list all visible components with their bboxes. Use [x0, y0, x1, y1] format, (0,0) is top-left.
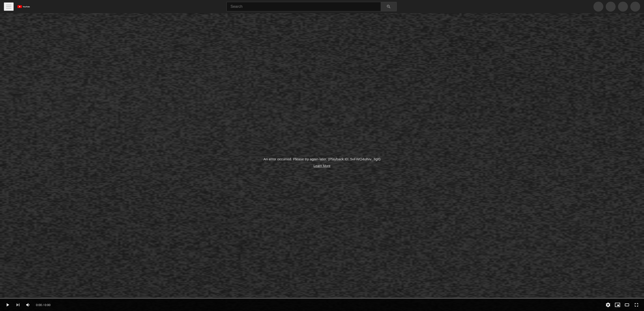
svg-text:YouTube: YouTube — [23, 6, 30, 8]
nav-icon-3[interactable] — [618, 2, 628, 11]
fullscreen-icon — [634, 302, 639, 308]
error-text: An error occurred. Please try again late… — [263, 157, 380, 161]
hamburger-line — [6, 8, 11, 8]
search-button[interactable] — [381, 2, 397, 11]
navbar: YouTube — [0, 0, 644, 13]
next-icon — [15, 302, 21, 308]
mute-button[interactable] — [24, 301, 32, 309]
search-icon — [386, 4, 391, 9]
video-player[interactable]: An error occurred. Please try again late… — [0, 13, 644, 311]
right-controls — [604, 301, 640, 309]
hamburger-line — [6, 5, 11, 5]
progress-bar-container[interactable] — [0, 298, 644, 299]
volume-icon — [26, 302, 31, 308]
nav-avatar[interactable] — [630, 2, 640, 11]
nav-icon-2[interactable] — [606, 2, 616, 11]
learn-more-link[interactable]: Learn More — [263, 164, 380, 167]
play-icon — [5, 302, 10, 308]
miniplayer-button[interactable] — [614, 301, 621, 309]
navbar-left: YouTube — [4, 2, 30, 11]
navbar-center — [30, 2, 594, 11]
search-bar — [226, 2, 397, 11]
navbar-right — [594, 2, 640, 11]
fullscreen-button[interactable] — [633, 301, 640, 309]
youtube-logo[interactable]: YouTube — [18, 2, 30, 11]
play-button[interactable] — [4, 301, 11, 309]
miniplayer-icon — [615, 302, 620, 308]
next-button[interactable] — [14, 301, 22, 309]
theater-icon — [624, 302, 630, 308]
settings-icon — [605, 302, 611, 308]
video-controls-bar: 0:00 / 0:00 — [0, 299, 644, 311]
error-message-overlay: An error occurred. Please try again late… — [263, 157, 380, 167]
settings-button[interactable] — [604, 301, 612, 309]
hamburger-menu-button[interactable] — [4, 2, 14, 11]
search-input[interactable] — [226, 2, 381, 11]
hamburger-line — [6, 6, 11, 7]
time-display: 0:00 / 0:00 — [36, 303, 50, 307]
nav-icon-1[interactable] — [594, 2, 603, 11]
theater-mode-button[interactable] — [623, 301, 631, 309]
